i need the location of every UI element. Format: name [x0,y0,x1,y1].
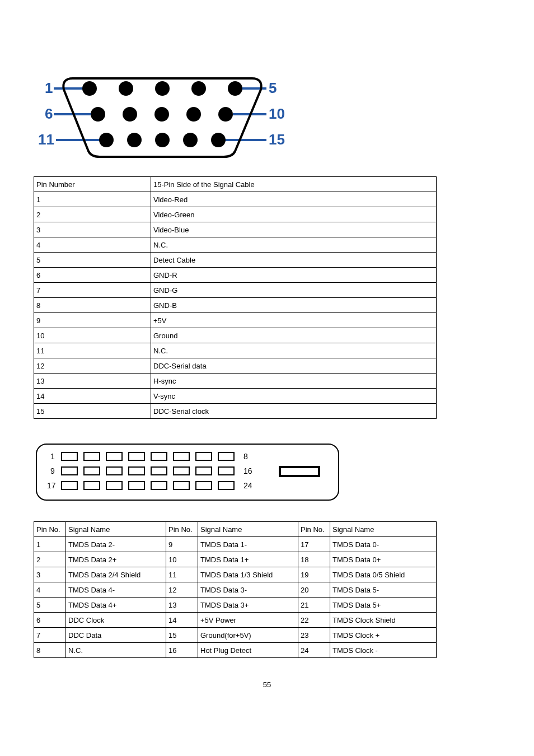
svg-rect-37 [218,467,234,475]
table-row: 5Detect Cable [34,253,437,268]
vga-label-6: 6 [45,105,53,122]
page-number: 55 [34,680,500,689]
col-header: Signal Name [198,522,298,537]
table-row: 10Ground [34,328,437,343]
svg-rect-41 [129,482,144,489]
table-row: 14V-sync [34,389,437,404]
table-row: 1TMDS Data 2-9TMDS Data 1-17TMDS Data 0- [34,537,437,552]
svg-point-19 [183,133,198,147]
svg-rect-39 [84,482,100,489]
svg-rect-31 [84,467,100,475]
table-row: Pin No. Signal Name Pin No. Signal Name … [34,522,437,537]
svg-rect-35 [174,467,189,475]
svg-rect-43 [174,482,189,489]
svg-rect-22 [62,452,77,460]
table-row: 2Video-Green [34,207,437,222]
table-row: 11N.C. [34,343,437,358]
svg-rect-34 [151,467,167,475]
svg-point-16 [99,133,114,147]
svg-point-8 [155,81,170,96]
col-header: Pin No. [298,522,330,537]
table-row: 8N.C.16Hot Plug Detect24TMDS Clock - [34,643,437,658]
col-header: Signal Name [66,522,166,537]
svg-rect-42 [151,482,167,489]
col-header: Pin No. [166,522,198,537]
table-row: 5TMDS Data 4+13TMDS Data 3+21TMDS Data 5… [34,598,437,613]
col-header: Pin No. [34,522,66,537]
table-row: 3TMDS Data 2/4 Shield11TMDS Data 1/3 Shi… [34,567,437,582]
svg-point-18 [155,133,170,147]
dvi-label-16: 16 [243,466,252,475]
dvi-label-24: 24 [243,481,252,490]
table-row: 3Video-Blue [34,222,437,237]
svg-rect-32 [106,467,122,475]
table-row: 7GND-G [34,283,437,298]
svg-point-11 [91,107,105,122]
svg-rect-25 [129,452,144,460]
col-header: Signal Name [330,522,437,537]
table-row: 1Video-Red [34,192,437,207]
table-row: 4TMDS Data 4-12TMDS Data 3-20TMDS Data 5… [34,582,437,598]
svg-point-7 [119,81,133,96]
vga-label-1: 1 [45,80,53,96]
table-row: 6DDC Clock14+5V Power22TMDS Clock Shield [34,613,437,628]
table-row: 7DDC Data15Ground(for+5V)23TMDS Clock + [34,628,437,643]
dvi-label-1: 1 [50,452,55,461]
svg-rect-45 [218,482,234,489]
table-row: 12DDC-Serial data [34,358,437,374]
col-header: Pin Number [34,177,151,192]
table-row: 4N.C. [34,237,437,253]
dvi-label-17: 17 [47,481,56,490]
svg-rect-33 [129,467,144,475]
table-row: 6GND-R [34,268,437,283]
svg-point-14 [186,107,201,122]
svg-point-15 [218,107,233,122]
vga-pin-table: Pin Number 15-Pin Side of the Signal Cab… [34,176,437,419]
svg-rect-36 [196,467,212,475]
col-header: 15-Pin Side of the Signal Cable [151,177,437,192]
svg-point-10 [228,81,242,96]
svg-rect-26 [151,452,167,460]
svg-point-20 [211,133,226,147]
table-row: 15DDC-Serial clock [34,404,437,419]
vga-label-15: 15 [269,131,285,148]
vga-label-11: 11 [38,131,54,148]
svg-point-12 [123,107,137,122]
dvi-label-8: 8 [243,452,248,461]
table-row: 8GND-B [34,298,437,313]
svg-rect-24 [106,452,122,460]
table-row: 9+5V [34,313,437,328]
vga-label-5: 5 [269,80,277,96]
svg-rect-23 [84,452,100,460]
dvi-pin-table: Pin No. Signal Name Pin No. Signal Name … [34,521,437,658]
vga-label-10: 10 [269,105,285,122]
dvi-connector-diagram: 1 9 17 8 16 24 [34,441,500,505]
svg-rect-28 [196,452,212,460]
svg-point-9 [191,81,206,96]
table-row: Pin Number 15-Pin Side of the Signal Cab… [34,177,437,192]
svg-rect-46 [280,467,319,476]
svg-point-6 [82,81,97,96]
svg-rect-38 [62,482,77,489]
svg-rect-44 [196,482,212,489]
svg-point-13 [154,107,169,122]
svg-rect-27 [174,452,189,460]
vga-connector-diagram: 1 6 11 5 10 15 [34,73,500,160]
svg-rect-29 [218,452,234,460]
table-row: 2TMDS Data 2+10TMDS Data 1+18TMDS Data 0… [34,552,437,567]
table-row: 13H-sync [34,374,437,389]
dvi-label-9: 9 [50,466,55,475]
svg-rect-30 [62,467,77,475]
svg-point-17 [127,133,142,147]
svg-rect-40 [106,482,122,489]
